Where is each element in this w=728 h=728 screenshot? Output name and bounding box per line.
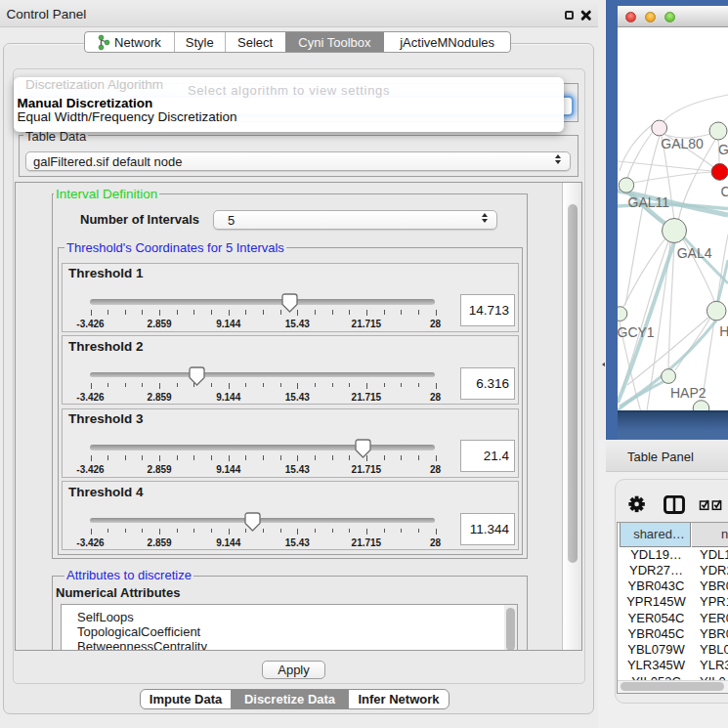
svg-text:GAL11: GAL11 <box>628 194 670 210</box>
svg-text:GCY1: GCY1 <box>618 324 655 340</box>
svg-text:H: H <box>719 323 728 339</box>
svg-text:GAL80: GAL80 <box>661 136 704 151</box>
svg-text:C: C <box>720 184 728 199</box>
svg-text:HAP2: HAP2 <box>670 385 707 401</box>
svg-text:GAL4: GAL4 <box>677 245 712 261</box>
svg-text:G: G <box>718 142 728 157</box>
